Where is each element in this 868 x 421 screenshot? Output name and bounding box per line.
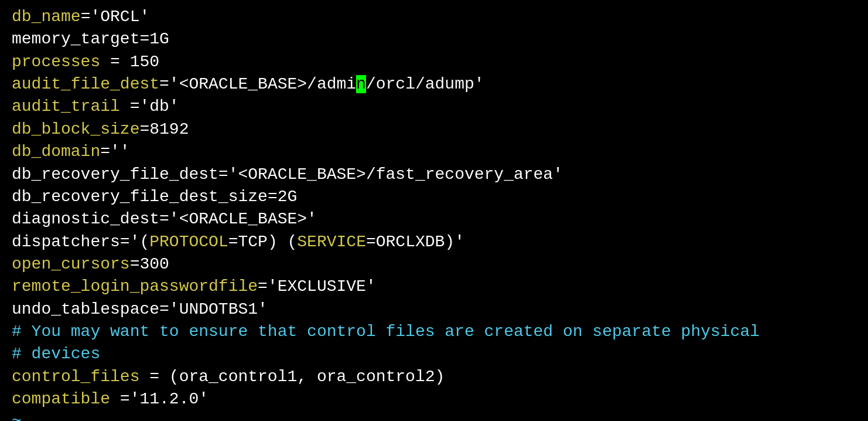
code-token: = 150 <box>100 53 159 71</box>
code-token: ='EXCLUSIVE' <box>258 277 376 296</box>
code-line: audit_file_dest='<ORACLE_BASE>/admin/orc… <box>12 73 856 96</box>
code-token: ='<ORACLE_BASE>/admi <box>159 75 356 93</box>
code-token: ='' <box>100 142 129 161</box>
code-token: = <box>81 8 91 26</box>
code-token: =8192 <box>139 120 189 138</box>
code-token: memory_target <box>12 30 139 48</box>
code-token: /orcl/adump' <box>366 75 484 93</box>
code-line: undo_tablespace='UNDOTBS1' <box>12 298 856 321</box>
code-token: undo_tablespace <box>12 300 159 318</box>
code-line: db_domain='' <box>12 141 856 163</box>
code-token: SERVICE <box>297 233 366 251</box>
code-line: # devices <box>12 343 856 365</box>
code-token: # devices <box>12 345 100 363</box>
code-token: audit_file_dest <box>12 75 159 93</box>
code-line: memory_target=1G <box>12 28 856 50</box>
code-token: = (ora_control1, ora_control2) <box>139 368 445 386</box>
code-token: ='<ORACLE_BASE>' <box>159 210 317 228</box>
code-line: db_recovery_file_dest_size=2G <box>12 186 856 208</box>
code-line: db_block_size=8192 <box>12 118 856 141</box>
code-token: db_domain <box>12 142 100 161</box>
code-token: =2G <box>268 188 297 206</box>
code-token: n <box>356 75 366 93</box>
code-line: open_cursors=300 <box>12 253 856 276</box>
code-token: =300 <box>130 255 169 273</box>
code-token: 'db' <box>139 97 179 116</box>
code-line: dispatchers='(PROTOCOL=TCP) (SERVICE=ORC… <box>12 231 856 253</box>
code-token: remote_login_passwordfile <box>12 277 258 296</box>
code-token: diagnostic_dest <box>12 210 159 228</box>
code-line: diagnostic_dest='<ORACLE_BASE>' <box>12 208 856 230</box>
code-token: = <box>120 97 140 116</box>
code-token: # You may want to ensure that control fi… <box>12 322 760 341</box>
code-token: 'ORCL' <box>90 8 149 26</box>
code-token: =1G <box>139 30 169 48</box>
code-token: PROTOCOL <box>149 233 228 251</box>
code-token: ~ <box>12 412 22 421</box>
code-token: ='11.2.0' <box>110 390 209 408</box>
code-line: compatible ='11.2.0' <box>12 388 856 410</box>
code-token: =TCP) ( <box>228 233 298 251</box>
code-editor: db_name='ORCL'memory_target=1Gprocesses … <box>0 0 868 421</box>
code-token: ='<ORACLE_BASE>/fast_recovery_area' <box>218 165 563 184</box>
code-token: audit_trail <box>12 97 120 116</box>
code-token: dispatchers <box>12 233 120 251</box>
code-token: control_files <box>12 368 139 386</box>
code-token: db_recovery_file_dest <box>12 165 218 184</box>
code-token: ='( <box>120 233 149 251</box>
code-line: db_name='ORCL' <box>12 6 856 28</box>
code-token: open_cursors <box>12 255 130 273</box>
code-line: # You may want to ensure that control fi… <box>12 321 856 343</box>
code-line: ~ <box>12 410 856 421</box>
code-line: remote_login_passwordfile='EXCLUSIVE' <box>12 276 856 298</box>
code-line: audit_trail ='db' <box>12 96 856 118</box>
code-token: processes <box>12 53 100 71</box>
code-token: ='UNDOTBS1' <box>159 300 268 318</box>
code-token: db_name <box>12 8 81 26</box>
code-token: compatible <box>12 390 110 408</box>
code-content: db_name='ORCL'memory_target=1Gprocesses … <box>12 6 856 421</box>
code-token: db_recovery_file_dest_size <box>12 188 268 206</box>
code-line: db_recovery_file_dest='<ORACLE_BASE>/fas… <box>12 164 856 186</box>
code-token: =ORCLXDB)' <box>366 233 464 251</box>
code-token: db_block_size <box>12 120 139 138</box>
code-line: processes = 150 <box>12 51 856 73</box>
code-line: control_files = (ora_control1, ora_contr… <box>12 366 856 388</box>
